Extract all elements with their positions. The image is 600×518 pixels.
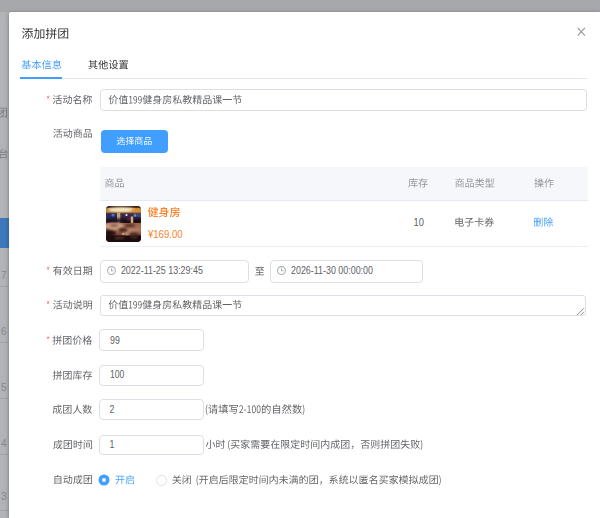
svg-text:2: 2 — [110, 403, 115, 415]
svg-text:1: 1 — [110, 438, 115, 450]
svg-text:99: 99 — [110, 334, 120, 346]
svg-text:10: 10 — [414, 216, 424, 228]
svg-text:¥169.00: ¥169.00 — [147, 228, 183, 240]
svg-text:100: 100 — [110, 368, 124, 380]
svg-text:2026-11-30 00:00:00: 2026-11-30 00:00:00 — [291, 264, 373, 276]
svg-text:2022-11-25 13:29:45: 2022-11-25 13:29:45 — [121, 264, 203, 276]
